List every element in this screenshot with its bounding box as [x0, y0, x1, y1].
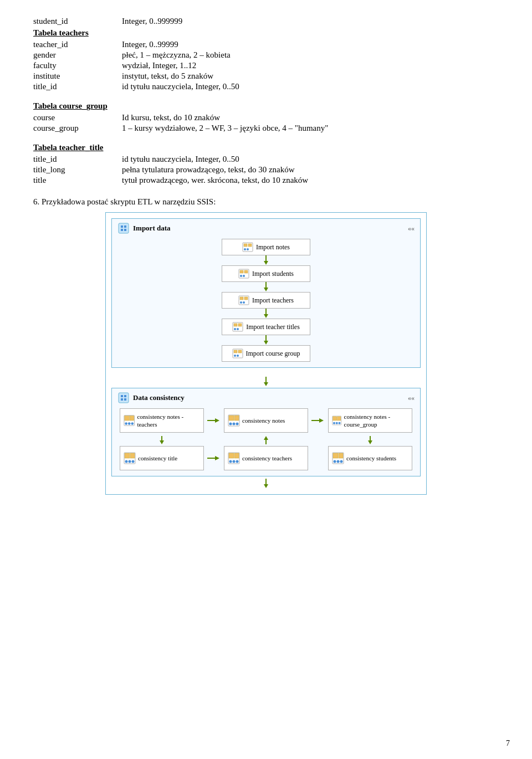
- cons-title-label: consistency title: [138, 454, 177, 462]
- svg-rect-35: [238, 350, 242, 353]
- gender-field: gender: [33, 50, 122, 60]
- cons-notes-course-group-task: consistency notes - course_group: [328, 408, 412, 433]
- import-students-icon: [238, 269, 249, 279]
- svg-rect-3: [121, 229, 123, 231]
- svg-rect-62: [333, 417, 337, 420]
- cons-notes-course-group-label: consistency notes - course_group: [344, 413, 408, 429]
- arrow-bottom-out: [111, 479, 421, 489]
- svg-marker-25: [264, 314, 268, 318]
- cons-students-icon: [332, 452, 344, 464]
- svg-point-9: [247, 248, 249, 250]
- svg-marker-94: [264, 484, 268, 488]
- svg-rect-75: [130, 453, 135, 458]
- data-consistency-section: Data consistency ««: [111, 388, 421, 476]
- svg-rect-13: [240, 270, 243, 273]
- svg-rect-7: [248, 244, 252, 247]
- svg-point-29: [234, 328, 236, 330]
- svg-point-84: [229, 460, 232, 463]
- import-students-label: Import students: [252, 270, 294, 278]
- institute-desc: instytut, tekst, do 5 znaków: [122, 71, 499, 81]
- cons-notes-icon: [228, 414, 240, 427]
- cons-notes-teachers-label: consistency notes - teachers: [137, 413, 200, 429]
- title-long-desc: pełna tytulatura prowadzącego, tekst, do…: [122, 165, 499, 175]
- svg-rect-88: [333, 453, 338, 458]
- teachers-table-section: Tabela teachers teacher_id Integer, 0..9…: [33, 28, 499, 91]
- faculty-row: faculty wydział, Integer, 1..12: [33, 61, 499, 70]
- svg-point-16: [243, 275, 245, 277]
- cons-notes-course-group-icon: [332, 414, 342, 427]
- teacher-title-table-section: Tabela teacher_title title_id id tytułu …: [33, 143, 499, 185]
- svg-rect-89: [339, 453, 343, 458]
- student-id-row: student_id Integer, 0..999999: [33, 17, 499, 26]
- svg-marker-32: [264, 341, 268, 345]
- teacher-id-field: teacher_id: [33, 40, 122, 49]
- faculty-desc: wydział, Integer, 1..12: [122, 61, 499, 70]
- title-long-row: title_long pełna tytulatura prowadzącego…: [33, 165, 499, 175]
- institute-row: institute instytut, tekst, do 5 znaków: [33, 71, 499, 81]
- svg-rect-2: [124, 225, 126, 228]
- import-students-task: Import students: [222, 265, 310, 282]
- svg-rect-6: [244, 244, 247, 247]
- svg-marker-70: [264, 436, 268, 440]
- institute-field: institute: [33, 71, 122, 81]
- title-id-row: title_id id tytułu nauczyciela, Integer,…: [33, 82, 499, 91]
- cons-students-label: consistency students: [346, 454, 396, 462]
- gender-desc: płeć, 1 – mężczyzna, 2 – kobieta: [122, 50, 499, 60]
- svg-point-50: [131, 422, 134, 425]
- svg-rect-20: [240, 297, 243, 300]
- import-teachers-task: Import teachers: [222, 292, 310, 309]
- svg-marker-72: [368, 440, 372, 444]
- title-id-desc: id tytułu nauczyciela, Integer, 0..50: [122, 82, 499, 91]
- svg-point-77: [129, 460, 131, 463]
- course-row: course Id kursu, tekst, do 10 znaków: [33, 113, 499, 122]
- cons-teachers-task: consistency teachers: [224, 446, 308, 470]
- svg-rect-82: [229, 453, 234, 458]
- title-long-field: title_long: [33, 165, 122, 175]
- course-group-field: course_group: [33, 124, 122, 133]
- import-teacher-titles-label: Import teacher titles: [246, 323, 300, 331]
- course-field: course: [33, 113, 122, 122]
- cons-teachers-label: consistency teachers: [242, 454, 292, 462]
- svg-rect-1: [121, 225, 123, 228]
- svg-point-36: [234, 355, 236, 357]
- title-row: title tytuł prowadzącego, wer. skrócona,…: [33, 176, 499, 185]
- consistency-grid-container: consistency notes - teachers: [117, 408, 415, 470]
- svg-point-48: [125, 422, 127, 425]
- course-group-table-title: Tabela course_group: [33, 101, 499, 111]
- student-id-desc: Integer, 0..999999: [122, 17, 499, 26]
- data-consistency-package-icon: [117, 392, 130, 404]
- import-data-collapse-icon[interactable]: ««: [408, 224, 415, 233]
- svg-rect-14: [244, 270, 248, 273]
- svg-rect-44: [124, 398, 126, 401]
- arrow-after-teachers: [262, 309, 270, 319]
- title-id-field: title_id: [33, 82, 122, 91]
- section6-heading: 6. Przykładowa postać skryptu ETL w narz…: [33, 197, 499, 207]
- svg-rect-0: [119, 223, 129, 233]
- import-notes-task: Import notes: [222, 239, 310, 255]
- v-arrow-3: [328, 436, 412, 445]
- svg-point-85: [233, 460, 236, 463]
- cons-teachers-icon: [228, 452, 240, 464]
- svg-marker-52: [215, 418, 219, 423]
- svg-rect-28: [238, 324, 242, 326]
- ssis-diagram-wrapper: Import data «« Import not: [33, 212, 499, 495]
- gender-row: gender płeć, 1 – mężczyzna, 2 – kobieta: [33, 50, 499, 60]
- svg-rect-46: [125, 416, 129, 420]
- cons-notes-teachers-icon: [124, 414, 135, 427]
- import-task-list: Import notes Import: [117, 239, 415, 362]
- svg-point-23: [243, 301, 245, 304]
- import-data-header: Import data ««: [117, 222, 415, 234]
- svg-rect-41: [121, 395, 123, 397]
- svg-point-58: [236, 423, 239, 425]
- arrow-after-students: [262, 282, 270, 292]
- arrow-cons-2-3: [311, 417, 325, 424]
- import-notes-icon: [242, 242, 253, 252]
- cons-notes-teachers-task: consistency notes - teachers: [120, 408, 204, 433]
- data-consistency-collapse-icon[interactable]: ««: [408, 394, 415, 402]
- arrow-after-teacher-titles: [262, 335, 270, 345]
- svg-point-65: [336, 422, 338, 424]
- svg-point-86: [236, 460, 239, 463]
- svg-rect-21: [244, 297, 248, 300]
- cons-title-task: consistency title: [120, 446, 204, 470]
- svg-rect-4: [124, 229, 126, 231]
